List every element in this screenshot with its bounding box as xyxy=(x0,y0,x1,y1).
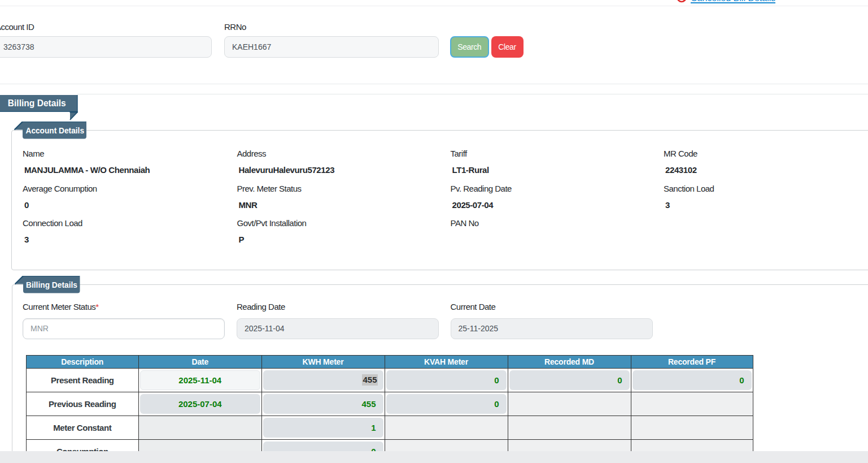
svg-text:Account Details: Account Details xyxy=(26,126,85,135)
svg-text:Billing Details: Billing Details xyxy=(8,98,66,109)
svg-text:Billing Details: Billing Details xyxy=(26,280,77,289)
